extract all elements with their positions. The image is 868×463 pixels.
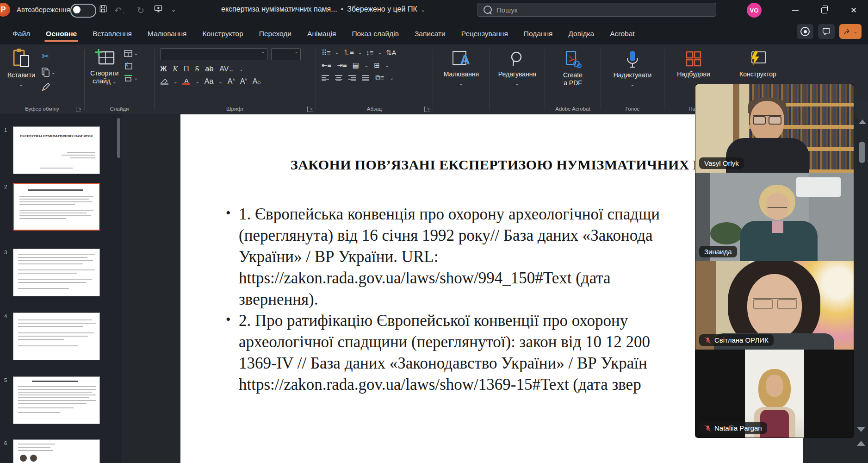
columns-button[interactable]: ▤ (353, 61, 359, 69)
slide-thumbnail-1[interactable]: ЕКСПЕРТИЗА НУМІЗМАТИЧНИХ ПАМ’ЯТОК (13, 126, 100, 174)
start-slideshow-icon[interactable] (154, 4, 163, 13)
muted-mic-icon (704, 425, 712, 432)
dictate-button[interactable]: Надиктувати ⌄ (614, 48, 652, 87)
scroll-up-arrow[interactable] (859, 119, 866, 124)
align-right-icon[interactable] (348, 75, 356, 81)
document-title[interactable]: експертиза нумізматичних памя...•Збереже… (221, 5, 425, 13)
group-paragraph: ⠿≡⌄ ⒈≡⌄ ↕≡⌄ ⇅A ⇤≡ ⇥≡ ▤⌄ ⊞⌄ ⧉≡⌄ Абзац ↘ (316, 44, 433, 114)
strikethrough-button[interactable]: ab (205, 65, 214, 73)
smartart-convert-button[interactable]: ⧉≡ (375, 74, 384, 82)
record-button[interactable] (797, 24, 813, 39)
tab-transitions[interactable]: Переходи (251, 30, 299, 44)
undo-icon[interactable]: ↶⌄ (114, 5, 125, 16)
search-input[interactable]: Пошук (477, 3, 716, 17)
tab-help[interactable]: Довідка (560, 30, 602, 44)
account-avatar[interactable]: VO (747, 3, 762, 18)
autosave-toggle[interactable] (70, 4, 96, 18)
tab-file[interactable]: Файл (5, 30, 38, 44)
align-center-icon[interactable] (335, 75, 343, 81)
slide-body[interactable]: 1. Європейська конвенція про охорону арх… (228, 205, 660, 397)
bullets-button[interactable]: ⠿≡ (322, 49, 331, 57)
paste-button[interactable]: Вставити ⌄ (7, 48, 35, 91)
previous-slide-arrow[interactable] (857, 441, 865, 446)
video-tile-vasyl-orlyk[interactable]: Vasyl Orlyk (695, 84, 854, 173)
tab-review[interactable]: Рецензування (453, 30, 516, 44)
format-painter-button[interactable] (42, 83, 55, 91)
redo-icon[interactable]: ↻ (137, 5, 144, 16)
addins-icon (685, 50, 702, 68)
section-button[interactable]: ⌄ (124, 75, 137, 81)
change-case-button[interactable]: Aa (205, 77, 214, 86)
character-spacing-button[interactable]: AV↔ (219, 65, 233, 73)
drawing-button[interactable]: A Малювання ⌄ (444, 48, 479, 86)
slide-thumbnail-2-selected[interactable] (13, 183, 100, 231)
slide-thumbnail-4[interactable] (13, 313, 100, 360)
tab-draw[interactable]: Малювання (140, 30, 195, 44)
tab-slideshow[interactable]: Показ слайдів (344, 30, 407, 44)
editing-button[interactable]: Редагування ⌄ (498, 48, 536, 86)
slide-thumbnail-5[interactable] (13, 376, 100, 424)
slide-layout-button[interactable]: ⌄ (124, 50, 137, 57)
video-call-panel[interactable]: Vasyl Orlyk Зинаида (695, 84, 854, 438)
decrease-indent-button[interactable]: ⇤≡ (322, 61, 331, 69)
tab-record[interactable]: Записати (407, 30, 453, 44)
quick-access-overflow-icon[interactable]: ⌄ (171, 6, 176, 13)
video-tile-svitlana-orlyk[interactable]: Світлана ОРЛИК (695, 261, 854, 350)
tab-home[interactable]: Основне (38, 30, 85, 44)
designer-button[interactable]: Конструктор (739, 48, 776, 78)
font-name-combo[interactable] (160, 48, 267, 60)
tab-acrobat[interactable]: Acrobat (602, 30, 642, 44)
tab-view[interactable]: Подання (516, 30, 561, 44)
comments-button[interactable] (818, 24, 835, 39)
close-button[interactable]: ✕ (840, 0, 867, 20)
create-pdf-button[interactable]: Createa PDF (563, 48, 583, 87)
paragraph-dialog-launcher[interactable]: ↘ (424, 106, 430, 112)
vertical-scrollbar-thumb[interactable] (859, 142, 865, 163)
new-slide-button[interactable]: Створити слайд ⌄ (90, 48, 118, 86)
participant-name: Nataliia Pargan (714, 424, 762, 432)
scissors-icon: ✂ (42, 51, 49, 62)
line-spacing-button[interactable]: ↕≡ (366, 49, 373, 56)
cut-button[interactable]: ✂ (42, 51, 55, 62)
restore-button[interactable] (811, 0, 837, 20)
tab-design[interactable]: Конструктор (194, 30, 251, 44)
align-text-button[interactable]: ⊞ (374, 61, 380, 69)
bullet-line: звернення). (228, 290, 660, 312)
next-slide-arrow[interactable] (857, 427, 865, 432)
reset-slide-button[interactable] (124, 62, 137, 69)
tab-animations[interactable]: Анімація (299, 30, 344, 44)
addins-button[interactable]: Надбудови (677, 48, 710, 78)
italic-button[interactable]: К (173, 65, 178, 73)
video-tile-nataliia-pargan[interactable]: Nataliia Pargan (695, 350, 854, 438)
font-dialog-launcher[interactable]: ↘ (307, 106, 313, 112)
highlight-color-button[interactable] (160, 78, 168, 85)
increase-indent-button[interactable]: ⇥≡ (337, 61, 347, 69)
copy-icon (42, 68, 50, 77)
video-tile-zinaida-active-speaker[interactable]: Зинаида (695, 173, 854, 261)
text-shadow-button[interactable]: S (195, 65, 199, 73)
slide-thumbnail-6[interactable] (13, 439, 100, 463)
minimize-button[interactable] (782, 0, 809, 20)
align-left-icon[interactable] (322, 75, 329, 81)
bold-button[interactable]: Ж (160, 65, 167, 73)
thumbnail-scrollbar[interactable] (117, 118, 120, 158)
group-acrobat: Createa PDF Adobe Acrobat (545, 44, 601, 114)
clear-formatting-button[interactable]: A◇ (253, 77, 261, 86)
share-button[interactable]: ⌄ (839, 24, 862, 39)
slide-thumbnail-3[interactable] (13, 249, 100, 296)
grow-font-button[interactable]: A˄ (228, 77, 235, 86)
paste-icon (12, 48, 31, 69)
underline-button[interactable]: П (184, 65, 189, 73)
tab-insert[interactable]: Вставлення (85, 30, 140, 44)
clipboard-dialog-launcher[interactable]: ↘ (76, 106, 81, 112)
slide-thumbnail-panel: 1 ЕКСПЕРТИЗА НУМІЗМАТИЧНИХ ПАМ’ЯТОК 2 3 (0, 114, 122, 463)
slide-number: 3 (4, 250, 7, 255)
font-color-button[interactable]: A (182, 78, 190, 85)
numbering-button[interactable]: ⒈≡ (343, 48, 354, 57)
shrink-font-button[interactable]: A˅ (240, 77, 248, 86)
save-icon[interactable] (99, 4, 108, 13)
justify-icon[interactable] (362, 75, 370, 81)
font-size-combo[interactable] (271, 48, 301, 60)
text-direction-button[interactable]: ⇅A (386, 49, 397, 57)
copy-button[interactable]: ⌄ (42, 68, 55, 77)
